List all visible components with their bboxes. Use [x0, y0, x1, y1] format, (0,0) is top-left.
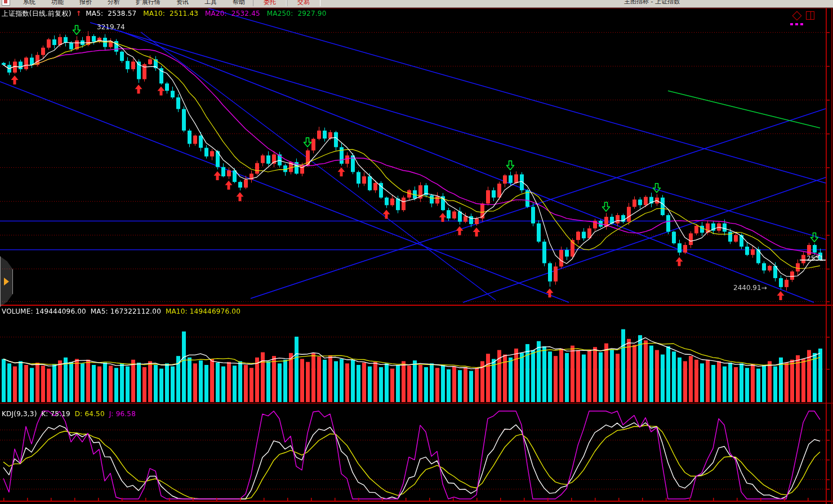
- main-chart-header: 上证指数(日线.前复权) ↑ MA5: 2538.57 MA10: 2511.4…: [2, 9, 331, 19]
- menu-item-system[interactable]: 系统: [15, 0, 43, 6]
- ma250-label: MA250: 2927.90: [267, 10, 329, 17]
- ma5-label: MA5: 2538.57: [86, 10, 139, 17]
- app-icon[interactable]: [2, 0, 10, 6]
- menu-item-help[interactable]: 帮助: [225, 0, 253, 6]
- ma20-label: MA20: 2532.45: [205, 10, 262, 17]
- menu-item-tools[interactable]: 工具: [197, 0, 225, 6]
- volume-header: VOLUME: 149444096.00 MA5: 167322112.00 M…: [2, 307, 240, 315]
- chart-canvas[interactable]: [0, 8, 833, 504]
- kdj-title: KDJ(9,3,3): [2, 410, 37, 418]
- volume-ma10: MA10: 149446976.00: [166, 307, 240, 315]
- volume-ma5: MA5: 167322112.00: [91, 307, 163, 315]
- split-window-icon[interactable]: [806, 11, 814, 20]
- menu-bar: 系统 功能 报价 分析 扩展行情 资讯 工具 帮助 委托 交易 主图指标 - 上…: [0, 0, 833, 8]
- diamond-tool-icon[interactable]: [792, 11, 802, 21]
- kdj-d-value: D: 64.50: [75, 410, 107, 418]
- menu-status-text: 主图指标 - 上证指数: [624, 0, 680, 7]
- menu-item-trade[interactable]: 交易: [287, 0, 320, 6]
- trough-price-label: 2440.91→: [733, 284, 767, 292]
- expand-arrow-icon: [4, 278, 9, 286]
- kdj-j-value: J: 96.58: [109, 410, 136, 418]
- up-arrow-icon: ↑: [75, 10, 81, 17]
- kdj-header: KDJ(9,3,3) K: 75.19 D: 64.50 J: 96.58: [2, 410, 136, 418]
- menu-item-analysis[interactable]: 分析: [100, 0, 128, 6]
- symbol-title: 上证指数(日线.前复权): [2, 10, 72, 17]
- more-dots-icon[interactable]: [790, 23, 803, 25]
- ma10-label: MA10: 2511.43: [143, 10, 201, 17]
- volume-value: VOLUME: 149444096.00: [2, 307, 88, 315]
- trading-terminal: 系统 功能 报价 分析 扩展行情 资讯 工具 帮助 委托 交易 主图指标 - 上…: [0, 0, 833, 504]
- last-price-label: 2531.: [807, 255, 826, 262]
- peak-price-label: 3219.74: [97, 23, 125, 31]
- chart-corner-tools: [794, 11, 824, 26]
- menu-item-news[interactable]: 资讯: [168, 0, 197, 6]
- menu-item-order[interactable]: 委托: [253, 0, 287, 6]
- menu-item-function[interactable]: 功能: [43, 0, 72, 6]
- menu-item-quotes[interactable]: 报价: [72, 0, 100, 6]
- kdj-k-value: K: 75.19: [41, 410, 73, 418]
- menu-item-extended[interactable]: 扩展行情: [128, 0, 168, 6]
